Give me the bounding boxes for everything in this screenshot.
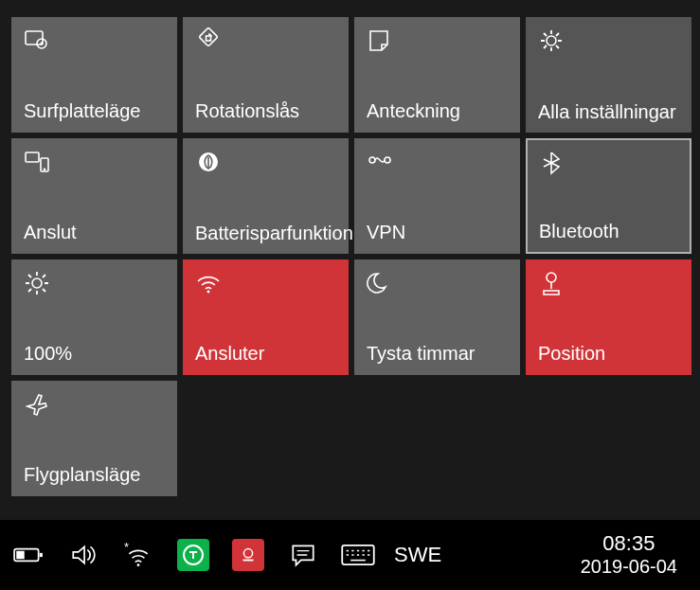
tray-action-center-icon[interactable] [284,533,322,577]
tray-app-red[interactable] [229,533,267,577]
clock-time: 08:35 [581,532,677,555]
svg-rect-17 [16,551,25,560]
svg-point-13 [207,291,210,294]
note-icon [367,27,393,54]
tile-wifi[interactable]: Ansluter [183,259,349,375]
brightness-icon [24,270,50,296]
tile-airplane-mode[interactable]: Flygplansläge [11,381,177,496]
tile-tablet-mode[interactable]: Surfplatteläge [11,17,177,133]
tile-label: Flygplansläge [24,463,165,486]
svg-text:*: * [124,541,129,554]
tile-bluetooth[interactable]: Bluetooth [526,138,691,254]
svg-point-10 [369,157,375,163]
clock-date: 2019-06-04 [581,555,677,578]
wifi-icon [195,270,222,296]
tile-label: Tysta timmar [367,342,508,365]
tile-vpn[interactable]: VPN [354,138,520,254]
tile-note[interactable]: Anteckning [354,17,520,133]
svg-point-4 [547,36,556,45]
tray-clock[interactable]: 08:35 2019-06-04 [567,533,691,577]
action-center-panel: Surfplatteläge Rotationslås Anteckning [0,0,700,496]
svg-point-19 [137,563,140,566]
tray-volume-icon[interactable] [64,533,102,577]
tile-battery-saver[interactable]: Batterisparfunktion [183,138,349,254]
tile-rotation-lock[interactable]: Rotationslås [183,17,349,133]
svg-point-7 [44,169,45,170]
tray-wifi-icon[interactable]: * [119,533,157,577]
tray-touch-keyboard-icon[interactable] [339,533,377,577]
taskbar: * [0,520,700,590]
tile-all-settings[interactable]: Alla inställningar [526,17,691,133]
svg-rect-16 [40,553,43,557]
leaf-icon [195,149,222,175]
tile-location[interactable]: Position [526,259,691,375]
tile-label: Ansluter [195,342,336,365]
svg-point-14 [547,273,556,282]
tile-brightness[interactable]: 100% [11,259,177,375]
tile-label: Position [538,342,679,365]
language-label: SWE [394,543,441,567]
svg-rect-5 [26,152,39,162]
tile-label: Bluetooth [539,220,678,242]
rotation-lock-icon [195,27,222,54]
svg-point-12 [32,278,42,288]
airplane-icon [24,391,50,418]
tile-label: Alla inställningar [538,101,679,122]
moon-icon [367,270,393,296]
red-camera-icon [232,539,264,571]
vpn-icon [367,149,393,175]
svg-rect-3 [206,36,211,41]
tray-language[interactable]: SWE [394,533,441,577]
tablet-mode-icon [24,27,50,54]
tile-label: Surfplatteläge [24,99,165,122]
tile-quiet-hours[interactable]: Tysta timmar [354,259,520,375]
svg-rect-0 [26,31,43,45]
tile-label: 100% [24,342,165,365]
tray-app-green[interactable] [174,533,212,577]
svg-point-21 [243,549,252,558]
connect-icon [24,149,50,175]
tile-label: Anteckning [367,99,508,122]
tile-connect[interactable]: Anslut [11,138,177,254]
tile-label: Batterisparfunktion [195,223,336,243]
location-pin-icon [538,270,565,296]
tile-label: Rotationslås [195,99,336,122]
tile-label: Anslut [24,221,165,243]
tile-label: VPN [367,221,508,243]
bluetooth-icon [539,150,565,176]
svg-rect-2 [199,27,218,46]
tray-battery-icon[interactable] [9,533,47,577]
svg-point-11 [385,157,390,163]
green-circle-t-icon [177,539,209,571]
gear-icon [538,27,565,54]
